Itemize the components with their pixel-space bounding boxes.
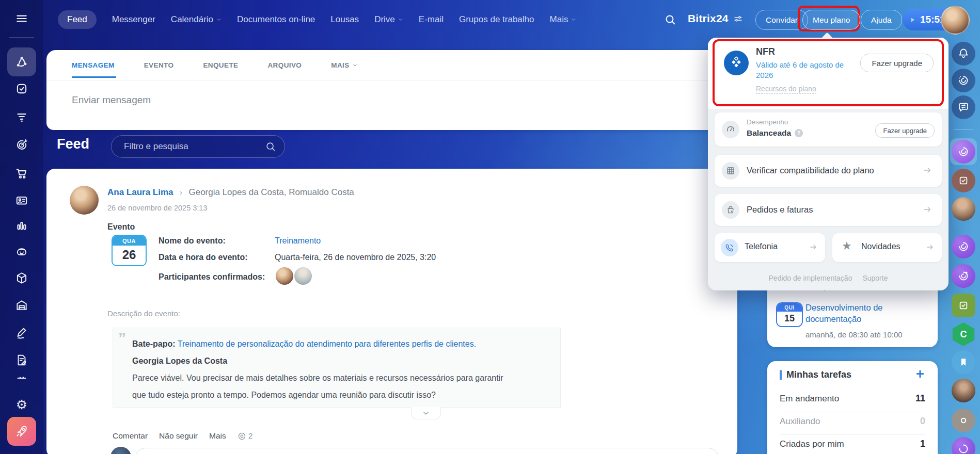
bookmark-icon bbox=[958, 357, 969, 367]
unfollow-action[interactable]: Não seguir bbox=[159, 431, 198, 441]
participant-avatar[interactable] bbox=[275, 266, 294, 286]
nav-item-documentos[interactable]: Documentos on-line bbox=[237, 14, 315, 25]
spiral-sparkle-app-button[interactable] bbox=[952, 264, 975, 288]
plan-validity-link[interactable]: Válido até 6 de agosto de 2026 bbox=[756, 60, 844, 80]
tasks-widget-header: Minhas tarefas bbox=[780, 369, 851, 380]
marketing-target-icon[interactable] bbox=[15, 138, 28, 152]
compat-check-item[interactable]: Verificar compatibilidade do plano bbox=[715, 155, 942, 187]
eye-icon bbox=[238, 432, 246, 441]
author-link[interactable]: Ana Laura Lima bbox=[107, 187, 173, 197]
contact-avatar[interactable] bbox=[952, 197, 975, 221]
rocket-icon[interactable] bbox=[15, 425, 28, 438]
settings-gear-icon[interactable]: ⚙ bbox=[16, 398, 27, 411]
plan-resources-link[interactable]: Recursos do plano bbox=[756, 85, 816, 93]
warehouse-icon[interactable] bbox=[15, 299, 28, 312]
green-tasks-app-button[interactable] bbox=[952, 294, 975, 317]
help-icon[interactable]: ? bbox=[795, 129, 803, 137]
quote-icon: ” bbox=[118, 329, 126, 347]
views-counter: 2 bbox=[238, 431, 253, 441]
tab-mensagem[interactable]: MENSAGEM bbox=[72, 61, 115, 69]
messenger-sync-button[interactable] bbox=[952, 95, 975, 119]
add-task-button[interactable]: + bbox=[916, 367, 924, 381]
spiral-app-button[interactable] bbox=[952, 235, 975, 258]
event-calendar-badge: QUA 26 bbox=[112, 235, 147, 266]
news-item[interactable]: ★ Novidades bbox=[832, 233, 942, 262]
more-divider-icon[interactable] bbox=[15, 371, 28, 385]
collab-share-icon[interactable] bbox=[14, 55, 29, 69]
filter-placeholder: Filtro e pesquisa bbox=[124, 141, 265, 152]
ring-app-button[interactable] bbox=[952, 409, 975, 432]
tab-mais[interactable]: MAIS bbox=[331, 61, 357, 69]
event-name-label: Nome do evento: bbox=[159, 236, 226, 246]
brand-logo[interactable]: Bitrix24 bbox=[688, 12, 743, 25]
nav-item-calendario[interactable]: Calendário bbox=[171, 14, 222, 25]
participant-avatar[interactable] bbox=[293, 266, 313, 286]
chat-arrows-icon bbox=[957, 101, 970, 113]
recipients[interactable]: Georgia Lopes da Costa, Romualdo Costa bbox=[188, 187, 354, 197]
grid-icon bbox=[722, 162, 739, 180]
contact-avatar[interactable] bbox=[952, 379, 975, 402]
nav-item-drive[interactable]: Drive bbox=[374, 14, 403, 25]
help-button[interactable]: Ajuda bbox=[861, 10, 902, 30]
nav-item-email[interactable]: E-mail bbox=[419, 14, 444, 25]
crm-funnel-icon[interactable] bbox=[15, 110, 28, 123]
tasks-app-button[interactable] bbox=[952, 169, 975, 192]
document-edit-icon[interactable] bbox=[15, 353, 28, 367]
calendar-weekday: QUA bbox=[113, 236, 146, 246]
tab-evento[interactable]: EVENTO bbox=[144, 61, 174, 69]
comment-action[interactable]: Comentar bbox=[113, 431, 148, 441]
nav-item-lousas[interactable]: Lousas bbox=[330, 14, 359, 25]
chevron-down-icon bbox=[353, 63, 357, 68]
contact-card-icon[interactable] bbox=[15, 193, 28, 207]
collapse-quote-button[interactable] bbox=[411, 407, 441, 419]
nav-item-messenger[interactable]: Messenger bbox=[112, 14, 155, 25]
filter-search-input[interactable]: Filtro e pesquisa bbox=[111, 135, 285, 158]
hexagon-c-app-button[interactable]: C bbox=[952, 322, 975, 346]
my-plan-button[interactable]: Meu plano bbox=[802, 10, 860, 30]
task-row-in-progress[interactable]: Em andamento 11 bbox=[780, 393, 925, 404]
sign-pen-icon[interactable] bbox=[15, 327, 28, 340]
package-box-icon[interactable] bbox=[15, 271, 28, 285]
nav-item-mais[interactable]: Mais bbox=[550, 14, 577, 25]
copilot-button[interactable] bbox=[952, 69, 975, 92]
menu-icon[interactable] bbox=[15, 12, 28, 25]
author-avatar[interactable] bbox=[70, 186, 99, 215]
tasks-widget: Minhas tarefas + Em andamento 11 Auxilia… bbox=[767, 361, 938, 454]
tasks-icon[interactable] bbox=[15, 82, 28, 95]
user-avatar[interactable] bbox=[941, 6, 970, 35]
task-row-assisting[interactable]: Auxiliando 0 bbox=[780, 416, 925, 427]
event-date-badge: QUI 15 bbox=[776, 302, 803, 327]
implementation-request-link[interactable]: Pedido de implementação bbox=[769, 274, 852, 283]
spiral-app-button[interactable] bbox=[952, 437, 975, 454]
post-date[interactable]: 26 de novembro de 2025 3:13 bbox=[107, 204, 207, 212]
nav-item-feed[interactable]: Feed bbox=[58, 10, 97, 29]
more-action[interactable]: Mais bbox=[209, 431, 226, 441]
orders-invoices-item[interactable]: Pedidos e faturas bbox=[715, 194, 942, 226]
notifications-bell-button[interactable] bbox=[952, 42, 975, 66]
composer-tabs: MENSAGEM EVENTO ENQUETE ARQUIVO MAIS bbox=[72, 61, 357, 69]
nav-item-grupos[interactable]: Grupos de trabalho bbox=[459, 14, 534, 25]
comment-input[interactable] bbox=[135, 448, 719, 454]
analytics-chart-icon[interactable] bbox=[15, 219, 28, 233]
upgrade-button[interactable]: Fazer upgrade bbox=[860, 54, 934, 72]
left-sidebar: ⚙ bbox=[0, 0, 43, 454]
store-cart-icon[interactable] bbox=[15, 167, 28, 180]
search-icon[interactable] bbox=[664, 13, 676, 26]
upgrade-button-small[interactable]: Fazer upgrade bbox=[875, 123, 935, 138]
search-icon bbox=[265, 141, 276, 152]
bookmark-app-button[interactable] bbox=[952, 350, 975, 374]
tab-arquivo[interactable]: ARQUIVO bbox=[267, 61, 302, 69]
telephony-item[interactable]: Telefonia bbox=[715, 233, 825, 262]
message-input-placeholder[interactable]: Enviar mensagem bbox=[72, 94, 151, 106]
popup-footer-links: Pedido de implementação Suporte bbox=[708, 274, 949, 283]
copilot-app-button[interactable] bbox=[952, 140, 975, 164]
event-title-link[interactable]: Desenvolvimento de documentação bbox=[805, 303, 883, 324]
task-row-created-by-me[interactable]: Criadas por mim 1 bbox=[780, 439, 925, 449]
plan-name: NFR bbox=[756, 46, 775, 57]
ai-robot-icon[interactable] bbox=[15, 245, 28, 258]
tab-enquete[interactable]: ENQUETE bbox=[203, 61, 238, 69]
page-title: Feed bbox=[57, 136, 89, 152]
event-name-link[interactable]: Treinamento bbox=[275, 236, 321, 246]
chat-topic-link[interactable]: Treinamento de personalização do atendim… bbox=[178, 339, 476, 348]
support-link[interactable]: Suporte bbox=[862, 274, 888, 283]
